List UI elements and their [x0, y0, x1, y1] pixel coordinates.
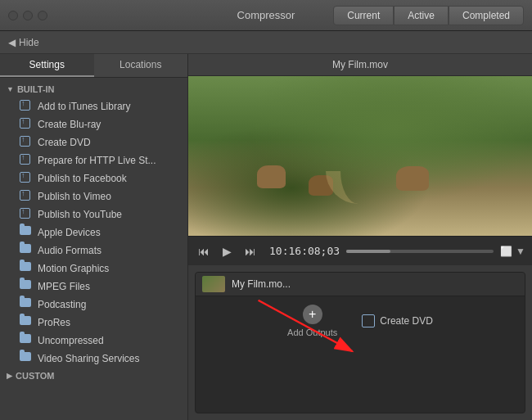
progress-fill: [346, 250, 390, 253]
view-icon-1[interactable]: ⬜: [500, 246, 512, 257]
preview-file-name: My Film.mov: [332, 59, 388, 70]
item-label-http-live: Prepare for HTTP Live St...: [38, 155, 156, 166]
main-content: Settings Locations ▼ BUILT-IN Add to iTu…: [0, 54, 532, 420]
sidebar-item-mpeg-files[interactable]: MPEG Files: [0, 278, 187, 296]
toolbar-tabs: Current Active Completed: [333, 6, 524, 25]
tab-active[interactable]: Active: [394, 6, 449, 25]
add-outputs-label: Add Outputs: [287, 327, 337, 337]
sidebar-item-publish-youtube[interactable]: Publish to YouTube: [0, 205, 187, 224]
panel-tabs: Settings Locations: [0, 54, 187, 78]
sidebar-item-podcasting[interactable]: Podcasting: [0, 296, 187, 314]
file-thumbnail: [202, 276, 225, 292]
path-line: [326, 171, 375, 204]
view-dropdown[interactable]: ▼: [516, 246, 525, 257]
sidebar-item-audio-formats[interactable]: Audio Formats: [0, 242, 187, 260]
folder-icon: [20, 280, 33, 293]
hide-button[interactable]: ◀ Hide: [8, 37, 39, 48]
section-builtin[interactable]: ▼ BUILT-IN: [0, 81, 187, 97]
custom-arrow-icon: ▶: [7, 372, 12, 380]
sidebar-item-apple-devices[interactable]: Apple Devices: [0, 224, 187, 242]
tab-current[interactable]: Current: [333, 6, 394, 25]
item-label-video-sharing: Video Sharing Services: [38, 353, 140, 364]
output-actions: + Add Outputs Create DVD: [196, 296, 525, 345]
add-outputs-button[interactable]: + Add Outputs: [287, 305, 337, 337]
item-label-motion-graphics: Motion Graphics: [38, 263, 109, 274]
animal-3: [396, 166, 429, 191]
sidebar-item-video-sharing[interactable]: Video Sharing Services: [0, 350, 187, 368]
item-label-podcasting: Podcasting: [38, 299, 86, 310]
export-icon: [20, 100, 33, 113]
hide-label: Hide: [19, 37, 39, 48]
preview-header: My Film.mov: [188, 54, 532, 76]
export-icon: [20, 190, 33, 203]
hide-icon: ◀: [8, 37, 16, 48]
section-custom[interactable]: ▶ CUSTOM: [0, 368, 187, 384]
folder-icon: [20, 334, 33, 347]
dvd-icon: [362, 314, 375, 327]
plus-icon: +: [309, 307, 316, 322]
video-background: [188, 76, 532, 236]
fast-forward-button[interactable]: ⏭: [241, 243, 259, 260]
animal-1: [257, 165, 286, 188]
export-icon: [20, 208, 33, 221]
section-builtin-label: BUILT-IN: [17, 84, 55, 94]
tab-completed[interactable]: Completed: [449, 6, 524, 25]
toolbar-row: ◀ Hide: [0, 31, 532, 54]
left-panel: Settings Locations ▼ BUILT-IN Add to iTu…: [0, 54, 188, 420]
add-circle-icon: +: [303, 305, 322, 324]
builtin-arrow-icon: ▼: [7, 85, 14, 93]
item-label-add-itunes: Add to iTunes Library: [38, 101, 131, 112]
create-dvd-action[interactable]: Create DVD: [362, 314, 433, 327]
red-arrow-overlay: [196, 296, 525, 367]
folder-icon: [20, 262, 33, 275]
item-label-uncompressed: Uncompressed: [38, 335, 104, 346]
item-label-create-bluray: Create Blu-ray: [38, 119, 101, 130]
sidebar-item-uncompressed[interactable]: Uncompressed: [0, 332, 187, 350]
sidebar-list: ▼ BUILT-IN Add to iTunes Library Create …: [0, 78, 187, 420]
item-label-publish-youtube: Publish to YouTube: [38, 209, 122, 220]
export-icon: [20, 154, 33, 167]
item-label-mpeg-files: MPEG Files: [38, 281, 90, 292]
traffic-lights: [8, 11, 47, 20]
video-preview: [188, 76, 532, 236]
tab-locations[interactable]: Locations: [94, 54, 188, 77]
sidebar-item-add-itunes[interactable]: Add to iTunes Library: [0, 97, 187, 115]
sidebar-item-http-live[interactable]: Prepare for HTTP Live St...: [0, 151, 187, 169]
folder-icon: [20, 298, 33, 311]
folder-icon: [20, 244, 33, 257]
timecode-display: 10:16:08;03: [269, 245, 340, 257]
play-button[interactable]: ▶: [219, 243, 235, 260]
sidebar-item-publish-facebook[interactable]: Publish to Facebook: [0, 169, 187, 187]
title-bar: Compressor Current Active Completed: [0, 0, 532, 31]
tab-settings[interactable]: Settings: [0, 54, 94, 77]
folder-icon: [20, 226, 33, 239]
sidebar-item-publish-vimeo[interactable]: Publish to Vimeo: [0, 187, 187, 205]
minimize-button[interactable]: [23, 11, 33, 20]
app-title: Compressor: [237, 9, 295, 21]
sidebar-item-prores[interactable]: ProRes: [0, 314, 187, 332]
bottom-area: My Film.mo...: [188, 265, 532, 420]
sidebar-item-create-bluray[interactable]: Create Blu-ray: [0, 115, 187, 133]
export-icon: [20, 136, 33, 149]
view-icons: ⬜ ▼: [500, 246, 525, 257]
folder-icon: [20, 316, 33, 329]
output-file-name: My Film.mo...: [232, 278, 518, 290]
item-label-publish-vimeo: Publish to Vimeo: [38, 191, 111, 202]
create-dvd-label: Create DVD: [380, 315, 433, 327]
sidebar-item-create-dvd[interactable]: Create DVD: [0, 133, 187, 151]
export-icon: [20, 172, 33, 185]
section-custom-label: CUSTOM: [16, 371, 54, 381]
sidebar-item-motion-graphics[interactable]: Motion Graphics: [0, 260, 187, 278]
item-label-publish-facebook: Publish to Facebook: [38, 173, 127, 184]
right-panel: My Film.mov ⏮ ▶ ⏭ 10:16:08;03 ⬜ ▼: [188, 54, 532, 420]
item-label-create-dvd: Create DVD: [38, 137, 91, 148]
transport-bar: ⏮ ▶ ⏭ 10:16:08;03 ⬜ ▼: [188, 236, 532, 265]
rewind-button[interactable]: ⏮: [195, 243, 213, 260]
maximize-button[interactable]: [38, 11, 47, 20]
item-label-apple-devices: Apple Devices: [38, 227, 101, 238]
item-label-audio-formats: Audio Formats: [38, 245, 101, 256]
progress-bar[interactable]: [346, 250, 494, 253]
close-button[interactable]: [8, 11, 18, 20]
folder-icon: [20, 352, 33, 365]
item-label-prores: ProRes: [38, 317, 70, 328]
